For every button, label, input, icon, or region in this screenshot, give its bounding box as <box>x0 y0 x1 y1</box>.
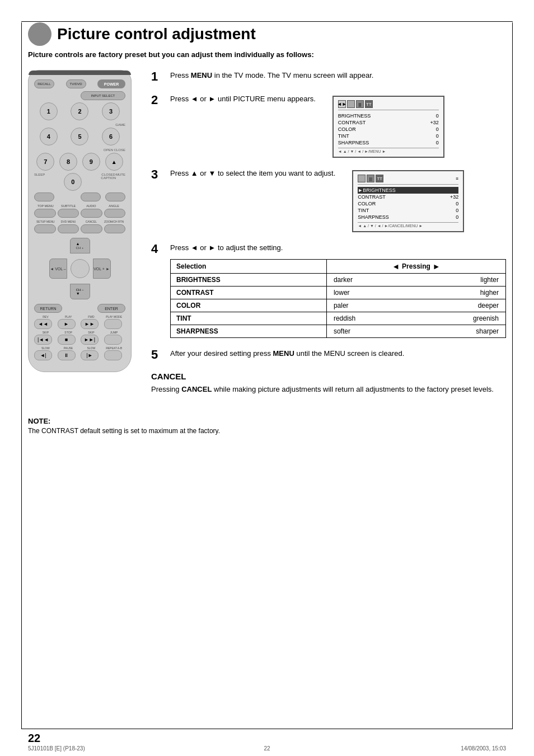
tint-values: reddish greenish <box>326 312 505 325</box>
color-values: paler deeper <box>326 299 505 312</box>
step-5-text: After your desired setting press MENU un… <box>170 348 506 359</box>
closed-caption-button[interactable] <box>81 192 101 201</box>
top-menu-button[interactable] <box>34 209 56 218</box>
pressing-left-arrow: ◄ <box>392 262 400 271</box>
num-6-button[interactable]: 6 <box>102 128 120 145</box>
vol-minus-button[interactable]: ◄ VOL – <box>49 259 67 279</box>
audio-button[interactable] <box>81 209 102 218</box>
num-9-button[interactable]: 9 <box>82 153 100 171</box>
left-border-line <box>21 22 22 729</box>
stop-button[interactable]: ■ <box>58 335 76 345</box>
num-4-button[interactable]: 4 <box>40 128 58 145</box>
jump-button[interactable] <box>104 335 122 345</box>
screen-footer-1: ◄ ▲ / ▼ / ◄ / ►/MENU ► <box>338 148 439 153</box>
nav-center <box>71 259 90 278</box>
skip-fwd-button[interactable]: ►►| <box>81 335 99 345</box>
screen-icon-image <box>347 100 355 108</box>
sharpness-label-1: SHARPNESS <box>338 140 369 145</box>
setup-labels: SETUP MENU DVD MENU CANCEL ZOOM/CH RTN <box>34 220 125 223</box>
num-3-button[interactable]: 3 <box>102 102 120 120</box>
step-3-inner: Press ▲ or ▼ to select the item you want… <box>170 168 506 232</box>
sleep-button[interactable] <box>34 192 54 201</box>
screen-row-tint-2: TINT 0 <box>358 207 458 214</box>
screen-row-color-2: COLOR 0 <box>358 200 458 207</box>
brightness-label-1: BRIGHTNESS <box>338 113 371 119</box>
open-close-label: OPEN CLOSE <box>34 148 125 152</box>
screen-icon-tt2: TT <box>376 175 383 182</box>
color-val-1: 0 <box>436 126 439 132</box>
cancel-label: CANCEL <box>80 220 103 223</box>
footer-center: 22 <box>264 745 270 752</box>
vol-plus-button[interactable]: VOL + ► <box>93 259 111 279</box>
setup-btns <box>34 224 125 233</box>
rev-button[interactable]: ◄◄ <box>34 319 52 329</box>
num-7-button[interactable]: 7 <box>36 153 54 171</box>
slow-fwd-button[interactable]: |► <box>81 350 99 360</box>
angle-label: ANGLE <box>102 204 125 208</box>
dvd-menu-button[interactable] <box>58 224 79 233</box>
recall-button[interactable]: RECALL <box>34 79 54 88</box>
num-8-button[interactable]: 8 <box>59 153 77 171</box>
sharpness-val-2: 0 <box>456 214 458 220</box>
table-row-color: COLOR paler deeper <box>171 299 506 312</box>
ch-up-button[interactable]: ▲CH + <box>70 238 90 253</box>
number-grid: 1 2 3 <box>34 102 125 120</box>
skip-btns: |◄◄ ■ ►►| <box>34 335 125 345</box>
screen-row-brightness-1: BRIGHTNESS 0 <box>338 112 439 119</box>
step-1-text: Press MENU in the TV mode. The TV menu s… <box>170 70 506 81</box>
step-3-number: 3 <box>151 168 167 181</box>
step-2: 2 Press ◄ or ► until PICTURE menu appear… <box>151 93 506 158</box>
play-button[interactable]: ► <box>58 319 76 329</box>
step-3-content: Press ▲ or ▼ to select the item you want… <box>170 168 506 232</box>
brightness-values: darker lighter <box>326 273 505 286</box>
repeat-ab-button[interactable] <box>104 350 122 360</box>
tint-label-1: TINT <box>338 133 349 139</box>
step-5-number: 5 <box>151 348 167 361</box>
ch-down-button[interactable]: CH –▼ <box>70 284 90 299</box>
title-icon <box>28 22 51 46</box>
step-4-number: 4 <box>151 242 167 256</box>
color-label-2: COLOR <box>358 201 376 206</box>
tv-dvd-button[interactable]: TV/DVD <box>66 79 86 88</box>
sleep-mute-btns <box>34 192 125 201</box>
angle-button[interactable] <box>104 209 126 218</box>
return-button[interactable]: RETURN <box>34 304 62 313</box>
power-button[interactable]: POWER <box>97 79 125 88</box>
screen-icon-bars2: ||| <box>367 175 374 182</box>
top-border-line <box>21 21 513 22</box>
subtitle-label: SUBTITLE <box>57 204 80 208</box>
zoom-ch-rtn-button[interactable] <box>104 224 126 233</box>
number-grid-46: 4 5 6 <box>34 128 125 145</box>
num-0-button[interactable]: 0 <box>64 173 82 191</box>
page-number: 22 <box>28 732 40 745</box>
slow-back-button[interactable]: ◄| <box>34 350 52 360</box>
page-title: Picture control adjustment <box>57 25 256 43</box>
subtitle-button[interactable] <box>58 209 79 218</box>
slow-btns: ◄| ⏸ |► <box>34 350 125 360</box>
title-section: Picture control adjustment <box>28 22 506 46</box>
step-2-number: 2 <box>151 93 167 107</box>
top-menu-label: TOP MENU <box>34 204 57 208</box>
step-1-content: Press MENU in the TV mode. The TV menu s… <box>170 70 506 81</box>
step-4-table-wrap: Selection ◄ Pressing ► <box>170 259 506 338</box>
step-3-text-block: Press ▲ or ▼ to select the item you want… <box>170 168 335 179</box>
num-5-button[interactable]: 5 <box>71 128 88 145</box>
num-2-button[interactable]: 2 <box>71 102 88 120</box>
right-border-line <box>512 22 513 729</box>
pause-button[interactable]: ⏸ <box>58 350 76 360</box>
setup-menu-button[interactable] <box>34 224 56 233</box>
eject-button[interactable]: ▲ <box>105 153 123 171</box>
enter-button[interactable]: ENTER <box>97 304 125 313</box>
mute-button[interactable] <box>105 192 125 201</box>
screen-icon-arrow: ◄► <box>338 100 346 108</box>
contrast-label-2: CONTRAST <box>358 194 386 200</box>
fwd-button[interactable]: ►► <box>81 319 99 329</box>
num-1-button[interactable]: 1 <box>40 102 58 120</box>
input-select-button[interactable]: INPUT SELECT <box>81 91 125 100</box>
play-mode-button[interactable] <box>104 319 122 329</box>
footer-left: 5J10101B [E] (P18-23) <box>28 745 85 752</box>
brightness-val-1: 0 <box>436 113 439 119</box>
skip-back-button[interactable]: |◄◄ <box>34 335 52 345</box>
remote-top-row: RECALL TV/DVD POWER <box>34 79 125 88</box>
cancel-remote-button[interactable] <box>81 224 102 233</box>
